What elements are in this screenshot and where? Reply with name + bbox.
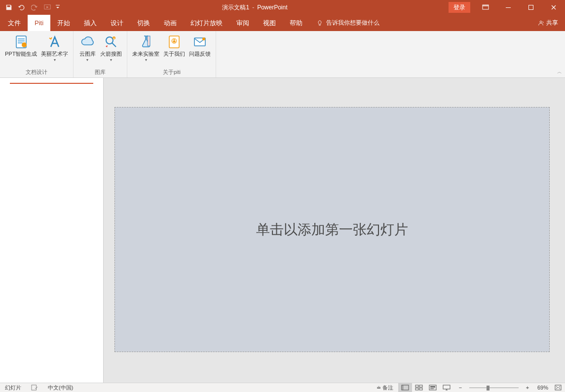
- start-from-beginning-button[interactable]: [41, 1, 53, 13]
- button-label: 未来实验室: [132, 51, 159, 57]
- tab-label: 帮助: [290, 19, 302, 28]
- button-label: PPT智能生成: [5, 51, 37, 57]
- svg-rect-28: [430, 386, 435, 387]
- button-label: 美丽艺术字: [41, 51, 68, 57]
- title-bar: 演示文稿1 - PowerPoint 登录: [0, 0, 565, 15]
- undo-button[interactable]: [16, 1, 28, 13]
- about-us-button[interactable]: 关于我们: [161, 32, 187, 57]
- svg-rect-2: [483, 5, 489, 6]
- slide-thumbnail-pane[interactable]: [0, 78, 104, 383]
- ribbon-group-about-piti: 未来实验室 ▾ 关于我们 问题反馈 关于piti: [127, 31, 216, 77]
- badge-icon: [166, 34, 182, 50]
- button-label: 问题反馈: [189, 51, 211, 57]
- svg-rect-20: [32, 385, 36, 390]
- ribbon-group-gallery: 云图库 ▾ A 火箭搜图 ▾ 图库: [74, 31, 127, 77]
- group-label: 文档设计: [26, 69, 47, 77]
- new-slide-insertion-marker[interactable]: [10, 83, 93, 84]
- feedback-button[interactable]: 问题反馈: [187, 32, 213, 57]
- close-button[interactable]: [542, 0, 565, 15]
- svg-rect-3: [506, 7, 511, 8]
- tab-label: 切换: [137, 19, 150, 28]
- zoom-out-button[interactable]: −: [453, 383, 467, 392]
- cloud-icon: [79, 34, 95, 50]
- share-button[interactable]: 共享: [530, 15, 565, 31]
- plus-icon: +: [526, 385, 529, 391]
- notes-icon: ≐: [377, 385, 380, 391]
- slide-count-status[interactable]: 幻灯片: [0, 383, 26, 392]
- tab-animations[interactable]: 动画: [157, 15, 184, 31]
- mail-icon: [192, 34, 208, 50]
- svg-point-5: [540, 21, 542, 23]
- svg-rect-9: [18, 42, 23, 43]
- tab-transitions[interactable]: 切换: [130, 15, 157, 31]
- tab-label: Piti: [35, 19, 43, 27]
- svg-rect-31: [443, 385, 450, 389]
- dropdown-caret-icon: ▾: [145, 58, 147, 62]
- slide-canvas-area[interactable]: 单击以添加第一张幻灯片: [104, 78, 565, 383]
- share-label: 共享: [546, 19, 558, 27]
- redo-button[interactable]: [29, 1, 40, 13]
- app-name: PowerPoint: [257, 4, 287, 11]
- svg-point-19: [202, 37, 205, 40]
- normal-view-icon: [401, 385, 409, 391]
- login-button[interactable]: 登录: [449, 2, 470, 13]
- tab-slideshow[interactable]: 幻灯片放映: [184, 15, 229, 31]
- rocket-search-button[interactable]: A 火箭搜图 ▾: [98, 32, 124, 62]
- svg-rect-26: [419, 388, 422, 390]
- fit-to-window-button[interactable]: [551, 383, 565, 392]
- maximize-button[interactable]: [520, 0, 542, 15]
- tab-label: 文件: [8, 19, 21, 28]
- art-text-icon: [47, 34, 63, 50]
- tab-piti[interactable]: Piti: [28, 15, 50, 31]
- svg-text:A: A: [113, 37, 115, 40]
- svg-point-10: [22, 42, 27, 47]
- slide-sorter-view-button[interactable]: [412, 383, 426, 392]
- tab-file[interactable]: 文件: [0, 15, 28, 31]
- tab-home[interactable]: 开始: [50, 15, 77, 31]
- status-bar: 幻灯片 中文(中国) ≐ 备注 − + 69%: [0, 383, 565, 392]
- tell-me-search[interactable]: 告诉我你想要做什么: [309, 15, 379, 31]
- save-button[interactable]: [3, 1, 15, 13]
- collapse-ribbon-button[interactable]: ︿: [557, 69, 562, 75]
- normal-view-button[interactable]: [398, 383, 412, 392]
- slideshow-view-button[interactable]: [440, 383, 453, 392]
- tabs-spacer: [379, 15, 530, 31]
- zoom-thumb[interactable]: [487, 386, 490, 391]
- ppt-smart-generate-button[interactable]: PPT智能生成: [3, 32, 39, 57]
- add-first-slide-label: 单击以添加第一张幻灯片: [256, 220, 408, 239]
- workspace: 单击以添加第一张幻灯片: [0, 78, 565, 383]
- spellcheck-status[interactable]: [26, 383, 43, 392]
- spellcheck-icon: [31, 385, 38, 391]
- slideshow-icon: [443, 385, 451, 391]
- slide-count-label: 幻灯片: [5, 384, 21, 392]
- zoom-level-button[interactable]: 69%: [534, 383, 551, 392]
- ribbon-display-options-button[interactable]: [474, 0, 497, 15]
- lightbulb-icon: [316, 20, 323, 27]
- reading-view-button[interactable]: [426, 383, 440, 392]
- svg-rect-24: [419, 385, 422, 387]
- qat-customize-button[interactable]: [54, 1, 61, 13]
- language-status[interactable]: 中文(中国): [43, 383, 78, 392]
- dropdown-caret-icon: ▾: [86, 58, 88, 62]
- tab-review[interactable]: 审阅: [229, 15, 256, 31]
- notes-button[interactable]: ≐ 备注: [372, 383, 398, 392]
- minimize-button[interactable]: [497, 0, 520, 15]
- svg-rect-32: [555, 385, 561, 390]
- zoom-in-button[interactable]: +: [521, 383, 534, 392]
- svg-point-11: [106, 37, 113, 44]
- art-text-button[interactable]: 美丽艺术字 ▾: [39, 32, 70, 62]
- tab-help[interactable]: 帮助: [283, 15, 309, 31]
- svg-rect-4: [529, 5, 533, 10]
- svg-rect-22: [402, 385, 404, 390]
- tab-insert[interactable]: 插入: [77, 15, 104, 31]
- zoom-slider[interactable]: [469, 383, 519, 392]
- window-controls: [474, 0, 565, 15]
- svg-rect-23: [415, 385, 418, 387]
- empty-slide-placeholder[interactable]: 单击以添加第一张幻灯片: [114, 107, 550, 352]
- cloud-gallery-button[interactable]: 云图库 ▾: [76, 32, 98, 62]
- tab-design[interactable]: 设计: [104, 15, 130, 31]
- svg-rect-25: [415, 388, 418, 390]
- svg-rect-30: [430, 389, 434, 389]
- future-lab-button[interactable]: 未来实验室 ▾: [130, 32, 161, 62]
- tab-view[interactable]: 视图: [256, 15, 283, 31]
